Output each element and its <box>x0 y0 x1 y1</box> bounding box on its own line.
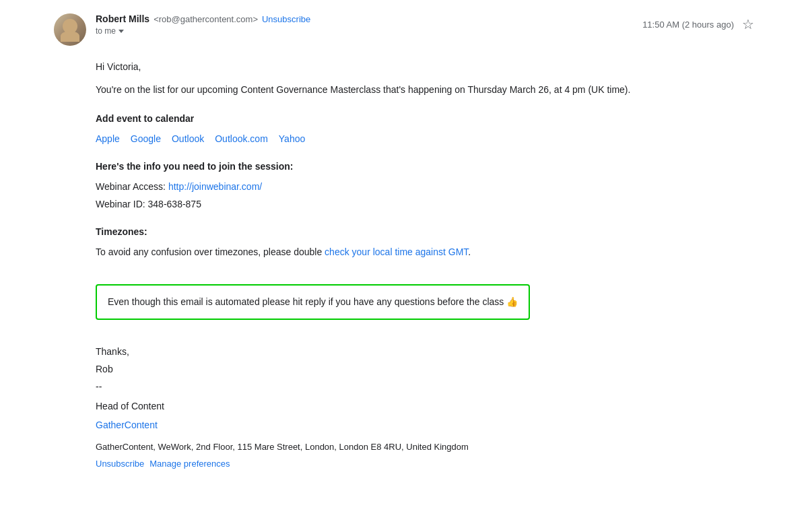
timezone-section: Timezones: To avoid any confusion over t… <box>96 224 754 260</box>
timestamp: 11:50 AM (2 hours ago) <box>642 20 734 30</box>
calendar-link-yahoo[interactable]: Yahoo <box>279 131 305 146</box>
thumbs-up-emoji: 👍 <box>506 296 518 307</box>
sender-info: Robert Mills <rob@gathercontent.com> Uns… <box>54 13 310 46</box>
footer-links: Unsubscribe Manage preferences <box>96 457 754 471</box>
sign-off: Thanks, Rob -- Head of Content GatherCon… <box>96 344 754 433</box>
timezone-heading: Timezones: <box>96 224 754 239</box>
info-heading: Here's the info you need to join the ses… <box>96 159 754 174</box>
calendar-link-google[interactable]: Google <box>131 131 161 146</box>
calendar-link-outlookcom[interactable]: Outlook.com <box>215 131 268 146</box>
to-me-label: to me <box>96 26 116 36</box>
webinar-id-line: Webinar ID: 348-638-875 <box>96 197 754 211</box>
to-me-row[interactable]: to me <box>96 26 310 36</box>
calendar-link-outlook[interactable]: Outlook <box>172 131 204 146</box>
timezone-text-before: To avoid any confusion over timezones, p… <box>96 246 325 257</box>
calendar-heading: Add event to calendar <box>96 111 754 126</box>
footer-unsubscribe-link[interactable]: Unsubscribe <box>96 457 144 471</box>
star-icon[interactable]: ☆ <box>742 16 754 32</box>
thanks-line: Thanks, <box>96 344 754 359</box>
calendar-section: Add event to calendar Apple Google Outlo… <box>96 111 754 147</box>
email-body: Hi Victoria, You're on the list for our … <box>54 59 754 471</box>
intro-text: You're on the list for our upcoming Cont… <box>96 82 754 97</box>
highlight-text: Even though this email is automated plea… <box>108 296 504 307</box>
webinar-id-label: Webinar ID: <box>96 199 148 209</box>
greeting: Hi Victoria, <box>96 59 754 74</box>
avatar-image <box>54 13 86 46</box>
info-section: Here's the info you need to join the ses… <box>96 159 754 212</box>
gather-content-link[interactable]: GatherContent <box>96 420 158 430</box>
manage-preferences-link[interactable]: Manage preferences <box>149 457 230 471</box>
name-line: Rob <box>96 362 754 376</box>
calendar-link-apple[interactable]: Apple <box>96 131 120 146</box>
sender-email: <rob@gathercontent.com> <box>154 14 258 24</box>
webinar-access-line: Webinar Access: http://joinwebinar.com/ <box>96 179 754 194</box>
webinar-id-value: 348-638-875 <box>148 199 201 209</box>
footer-address: GatherContent, WeWork, 2nd Floor, 115 Ma… <box>96 440 754 455</box>
webinar-url-link[interactable]: http://joinwebinar.com/ <box>168 181 262 192</box>
highlight-box: Even though this email is automated plea… <box>96 284 530 320</box>
webinar-access-label: Webinar Access: <box>96 181 168 192</box>
gmt-check-link[interactable]: check your local time against GMT <box>325 246 468 257</box>
sender-details: Robert Mills <rob@gathercontent.com> Uns… <box>96 13 310 36</box>
calendar-links: Apple Google Outlook Outlook.com Yahoo <box>96 131 754 146</box>
email-container: Robert Mills <rob@gathercontent.com> Uns… <box>34 0 774 485</box>
header-right: 11:50 AM (2 hours ago) ☆ <box>642 13 754 32</box>
sender-name-row: Robert Mills <rob@gathercontent.com> Uns… <box>96 13 310 24</box>
title-line: Head of Content <box>96 399 754 413</box>
email-header: Robert Mills <rob@gathercontent.com> Uns… <box>54 13 754 46</box>
timezone-text-after: . <box>468 246 471 257</box>
sender-name: Robert Mills <box>96 13 149 24</box>
to-me-arrow-icon <box>119 30 124 33</box>
header-unsubscribe-link[interactable]: Unsubscribe <box>262 14 310 24</box>
avatar <box>54 13 86 46</box>
separator: -- <box>96 379 754 394</box>
timezone-text: To avoid any confusion over timezones, p… <box>96 244 754 259</box>
